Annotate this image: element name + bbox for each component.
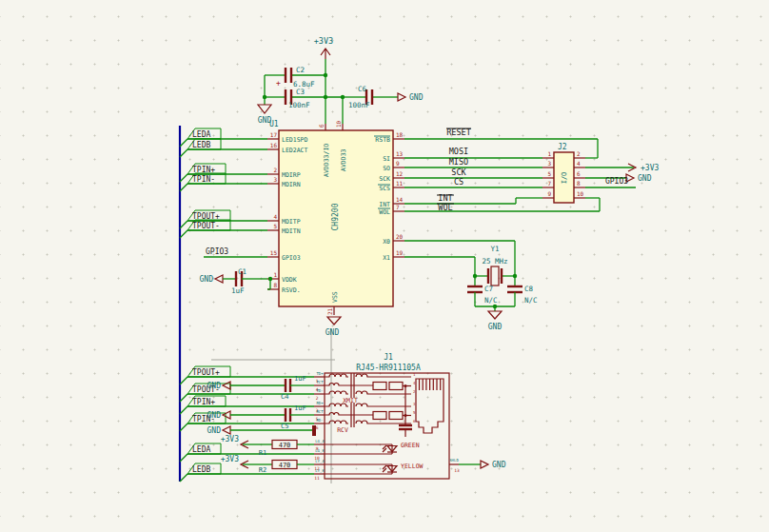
c1-value: 1uF (231, 286, 245, 295)
y1-ref: Y1 (490, 245, 499, 253)
u1-pin20-name: X0 (383, 238, 390, 246)
u1-pin2-name: MDIRP (282, 171, 301, 179)
u1-pin6-name: AVDD33/IO (323, 144, 330, 177)
j1-pin11-num: 11 (314, 476, 320, 481)
u1-pin5-name: MDITN (282, 227, 301, 235)
r1-ref: R1 (259, 449, 266, 457)
u1-pin13-name: SI (383, 155, 390, 163)
gnd-symbol-vss[interactable]: GND (325, 317, 341, 337)
j1-shield-pin[interactable]: SHLD 13 GND (449, 458, 506, 473)
rcv-label: RCV (337, 426, 348, 434)
power-3v3-icon (321, 49, 330, 59)
gnd-flag-c6[interactable]: GND (398, 93, 424, 102)
net-label-ledb[interactable]: LEDB (192, 141, 210, 149)
power-rail-3v3[interactable]: +3V3 (263, 36, 398, 124)
gnd-label[interactable]: GND (638, 174, 652, 183)
connector-j1-rj45[interactable]: J1 RJ45-HR911105A TD+ 1 TCT 4 TD- 2 RD+ … (314, 353, 506, 481)
gnd-arrow-icon (398, 93, 405, 101)
j1-pin1-name: TD+ (316, 371, 324, 376)
capacitor-c8[interactable]: C8 N/C (507, 276, 538, 306)
net-label-leda-b[interactable]: LEDA (192, 445, 210, 454)
c3-ref: C3 (296, 88, 305, 96)
net-label-ledb-b[interactable]: LEDB (192, 465, 210, 474)
j2-right-flags[interactable]: +3V3 GND GPIO3 (585, 164, 659, 187)
net-label-gpio3-left[interactable]: GPIO3 (206, 247, 228, 256)
signal-bus[interactable] (180, 126, 187, 482)
c6-ref: C6 (358, 85, 367, 93)
net-label-leda[interactable]: LEDA (192, 130, 210, 139)
capacitor-c3[interactable]: C3 100nF (286, 88, 310, 109)
u1-ref: U1 (269, 120, 279, 128)
capacitor-c5[interactable]: GND 1uF C5 (207, 404, 314, 430)
c8-value: N/C (524, 296, 538, 305)
green-led: GREEN (325, 442, 420, 454)
c1-ref: C1 (238, 267, 246, 276)
u1-pin7-name: WOL (379, 208, 390, 216)
j1-ref: J1 (384, 353, 393, 362)
power-3v3-label[interactable]: +3V3 (314, 36, 333, 46)
net-label-tpin-plus-b[interactable]: TPIN+ (192, 398, 215, 406)
u1-pin16-name: LED2ACT (282, 147, 307, 154)
u1-pin14-num: 14 (396, 196, 404, 203)
u1-pin4-num: 4 (273, 213, 277, 220)
right-net-labels[interactable]: RESET MOSI MISO SCK CS INT WOL (437, 128, 471, 212)
u1-pin12-name: SCK (379, 175, 390, 183)
j2-pin4-num: 4 (577, 160, 581, 167)
u1-pin13-num: 13 (396, 150, 404, 157)
u1-pin3-name: MDIRN (282, 181, 301, 188)
gnd-label: GND (200, 275, 214, 284)
net-label-miso[interactable]: MISO (449, 157, 468, 167)
connector-j2[interactable]: J2 I/O 1 3 5 7 9 2 4 6 8 10 (542, 143, 585, 203)
gnd-arrow-icon (223, 382, 230, 389)
u1-pin7-num: 7 (396, 204, 400, 210)
u1-pin8-num: 8 (273, 282, 277, 288)
u1-pin15-num: 15 (270, 249, 278, 256)
capacitor-c7[interactable]: C7 N/C (467, 276, 498, 306)
power-3v3-label[interactable]: +3V3 (641, 164, 659, 172)
j2-pin1-num: 1 (547, 150, 551, 157)
net-label-gpio3-right[interactable]: GPIO3 (605, 177, 628, 186)
c3-value: 100nF (288, 101, 310, 109)
j1-shield-name: SHLD (449, 458, 459, 463)
u1-pin1-num: 1 (273, 271, 277, 278)
u1-pin12-num: 12 (396, 170, 404, 177)
j1-pin11-name: LY_K (315, 468, 325, 473)
schematic-canvas[interactable]: +3V3 + C2 6.8uF C3 100nF C6 100nF GND (0, 0, 769, 532)
rcv-transformer: RCV (325, 403, 411, 434)
j2-pin6-num: 6 (577, 170, 581, 177)
u1-pin17-name: LED1SPD (282, 136, 307, 144)
crystal-y1[interactable]: Y1 25 MHz (404, 241, 517, 286)
gnd-arrow-icon (488, 311, 502, 319)
capacitor-c4[interactable]: GND 1uF C4 (207, 375, 314, 401)
net-label-tpin-minus[interactable]: TPIN- (192, 175, 215, 184)
gnd-arrow-icon (215, 275, 223, 283)
gnd-arrow-icon (223, 411, 230, 419)
j1-pin12-name: LY_A (315, 459, 325, 463)
ic-u1-ch9200[interactable]: U1 CH9200 6 10 AVDD33/IO AVDD33 21 VSS 1… (267, 120, 404, 315)
gnd-label: GND (207, 411, 222, 420)
net-label-tpout-plus-b[interactable]: TPOUT+ (192, 368, 220, 377)
u1-pin20-num: 20 (396, 233, 404, 240)
net-label-cs[interactable]: CS (454, 177, 463, 187)
resistor-r2[interactable]: +3V3 470 R2 (221, 455, 314, 474)
gnd-arrow-icon (258, 105, 271, 113)
net-label-mosi[interactable]: MOSI (449, 147, 468, 156)
net-label-sck[interactable]: SCK (451, 167, 466, 177)
c5-value: 1uF (294, 404, 306, 412)
left-net-labels[interactable]: LEDA LEDB TPIN+ TPIN- TPOUT+ TPOUT- GPIO… (187, 128, 267, 257)
u1-pin18-num: 18 (396, 131, 404, 138)
c5-ref: C5 (281, 423, 288, 430)
u1-pin15-name: GPIO3 (282, 254, 301, 262)
green-led-label: GREEN (401, 442, 420, 449)
u1-pin19-num: 19 (396, 249, 404, 256)
j2-pin8-num: 8 (577, 180, 581, 187)
capacitor-c1[interactable]: GND C1 1uF (200, 267, 273, 295)
u1-pin4-name: MDITP (282, 218, 301, 226)
j2-ref: J2 (558, 143, 567, 151)
capacitor-c2[interactable]: + C2 6.8uF (276, 66, 315, 89)
net-label-tpout-minus[interactable]: TPOUT- (192, 222, 220, 230)
gnd-symbol-xtal[interactable]: GND (475, 305, 515, 331)
j1-pin10-name: LG_K (315, 448, 325, 453)
j2-pin5-num: 5 (547, 170, 551, 177)
u1-pin16-num: 16 (270, 142, 278, 148)
